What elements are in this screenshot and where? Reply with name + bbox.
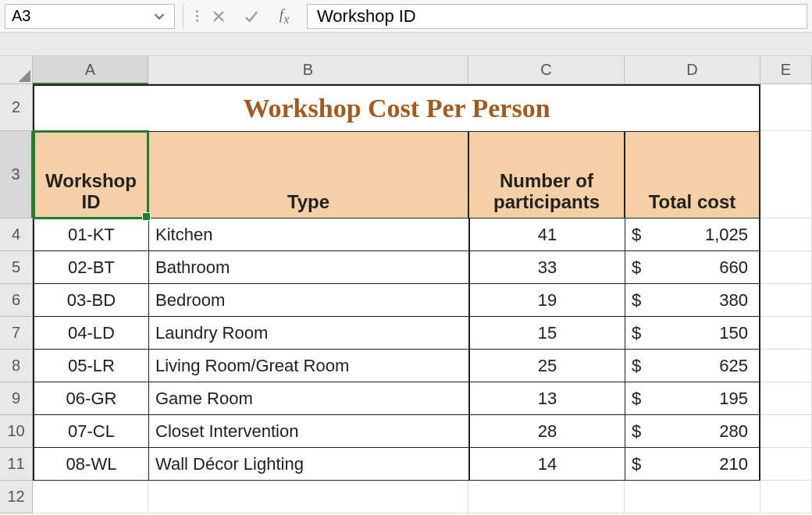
formula-input[interactable]: Workshop ID <box>307 4 807 29</box>
cost-amount: 280 <box>719 421 748 442</box>
cell-id[interactable]: 02-BT <box>33 251 148 284</box>
cost-amount: 625 <box>719 356 748 376</box>
empty-cell[interactable] <box>468 481 625 513</box>
cell-type[interactable]: Laundry Room <box>148 317 468 350</box>
fx-button[interactable]: fx <box>268 4 301 29</box>
cell-E3[interactable] <box>760 131 812 218</box>
formula-value: Workshop ID <box>317 6 416 27</box>
cell-id[interactable]: 01-KT <box>33 218 148 251</box>
cell-cost[interactable]: $195 <box>625 382 760 415</box>
cost-amount: 660 <box>719 258 748 278</box>
header-participants[interactable]: Number of participants <box>468 131 625 218</box>
cell-participants[interactable]: 15 <box>468 317 625 350</box>
cell-E10[interactable] <box>760 415 812 448</box>
cell-id[interactable]: 05-LR <box>33 350 148 382</box>
empty-cell[interactable] <box>33 481 148 513</box>
cell-cost[interactable]: $1,025 <box>625 218 760 251</box>
empty-cell[interactable] <box>760 481 812 513</box>
cell-participants[interactable]: 25 <box>468 350 625 382</box>
currency-symbol: $ <box>632 225 641 245</box>
cost-amount: 1,025 <box>705 225 748 245</box>
cell-id[interactable]: 08-WL <box>33 448 148 481</box>
cell-E4[interactable] <box>760 218 812 251</box>
cell-id[interactable]: 07-CL <box>33 415 148 448</box>
cell-cost[interactable]: $625 <box>625 350 760 382</box>
name-box-dropdown-icon[interactable] <box>151 8 168 25</box>
cell-participants[interactable]: 14 <box>468 448 625 481</box>
cell-participants[interactable]: 28 <box>468 415 625 448</box>
cell-type[interactable]: Bedroom <box>148 284 468 317</box>
column-header-A[interactable]: A <box>33 56 148 84</box>
cell-E11[interactable] <box>760 448 812 481</box>
column-header-E[interactable]: E <box>760 56 812 84</box>
enter-button[interactable] <box>235 4 268 29</box>
row-header-12[interactable]: 12 <box>0 481 33 513</box>
column-header-D[interactable]: D <box>625 56 760 84</box>
cell-cost[interactable]: $380 <box>625 284 760 317</box>
cell-type[interactable]: Wall Décor Lighting <box>148 448 468 481</box>
currency-symbol: $ <box>632 389 641 409</box>
title-cell[interactable]: Workshop Cost Per Person <box>33 84 760 131</box>
header-total-cost[interactable]: Total cost <box>625 131 760 218</box>
cost-amount: 210 <box>719 454 748 474</box>
row-header-7[interactable]: 7 <box>0 317 33 350</box>
cell-cost[interactable]: $280 <box>625 415 760 448</box>
header-workshop-id[interactable]: Workshop ID <box>33 131 148 218</box>
cell-participants[interactable]: 41 <box>468 218 625 251</box>
cell-E2[interactable] <box>760 84 812 131</box>
cell-cost[interactable]: $660 <box>625 251 760 284</box>
cell-E8[interactable] <box>760 350 812 382</box>
currency-symbol: $ <box>632 290 641 311</box>
row-header-3[interactable]: 3 <box>0 131 33 218</box>
row-header-10[interactable]: 10 <box>0 415 33 448</box>
cell-type[interactable]: Closet Intervention <box>148 415 468 448</box>
cost-amount: 150 <box>719 323 748 343</box>
toolbar-strip <box>0 33 812 56</box>
currency-symbol: $ <box>632 356 641 376</box>
currency-symbol: $ <box>632 258 641 278</box>
cell-id[interactable]: 06-GR <box>33 382 148 415</box>
column-header-B[interactable]: B <box>148 56 468 84</box>
drag-handle-icon[interactable] <box>191 5 202 28</box>
cell-cost[interactable]: $210 <box>625 448 760 481</box>
cell-type[interactable]: Game Room <box>148 382 468 415</box>
cell-type[interactable]: Kitchen <box>148 218 468 251</box>
name-box-value: A3 <box>12 7 30 25</box>
spreadsheet-grid: ABCDE2Workshop Cost Per Person3Workshop … <box>0 56 812 513</box>
cancel-button[interactable] <box>202 4 235 29</box>
cell-id[interactable]: 04-LD <box>33 317 148 350</box>
name-box[interactable]: A3 <box>5 4 175 29</box>
cell-type[interactable]: Living Room/Great Room <box>148 350 468 382</box>
cell-participants[interactable]: 13 <box>468 382 625 415</box>
cell-E7[interactable] <box>760 317 812 350</box>
empty-cell[interactable] <box>625 481 760 513</box>
cell-type[interactable]: Bathroom <box>148 251 468 284</box>
cell-E5[interactable] <box>760 251 812 284</box>
row-header-8[interactable]: 8 <box>0 350 33 382</box>
row-header-9[interactable]: 9 <box>0 382 33 415</box>
row-header-5[interactable]: 5 <box>0 251 33 284</box>
separator <box>183 5 183 28</box>
cost-amount: 380 <box>719 290 748 311</box>
currency-symbol: $ <box>632 454 641 474</box>
currency-symbol: $ <box>632 323 641 343</box>
cell-participants[interactable]: 19 <box>468 284 625 317</box>
cell-E9[interactable] <box>760 382 812 415</box>
header-type[interactable]: Type <box>148 131 468 218</box>
row-header-4[interactable]: 4 <box>0 218 33 251</box>
cost-amount: 195 <box>719 389 748 409</box>
cell-E6[interactable] <box>760 284 812 317</box>
cell-id[interactable]: 03-BD <box>33 284 148 317</box>
currency-symbol: $ <box>632 421 641 442</box>
row-header-11[interactable]: 11 <box>0 448 33 481</box>
cell-cost[interactable]: $150 <box>625 317 760 350</box>
select-all-cell[interactable] <box>0 56 33 84</box>
formula-bar: A3 fx Workshop ID <box>0 0 812 33</box>
row-header-2[interactable]: 2 <box>0 84 33 131</box>
column-header-C[interactable]: C <box>468 56 625 84</box>
empty-cell[interactable] <box>148 481 468 513</box>
row-header-6[interactable]: 6 <box>0 284 33 317</box>
cell-participants[interactable]: 33 <box>468 251 625 284</box>
